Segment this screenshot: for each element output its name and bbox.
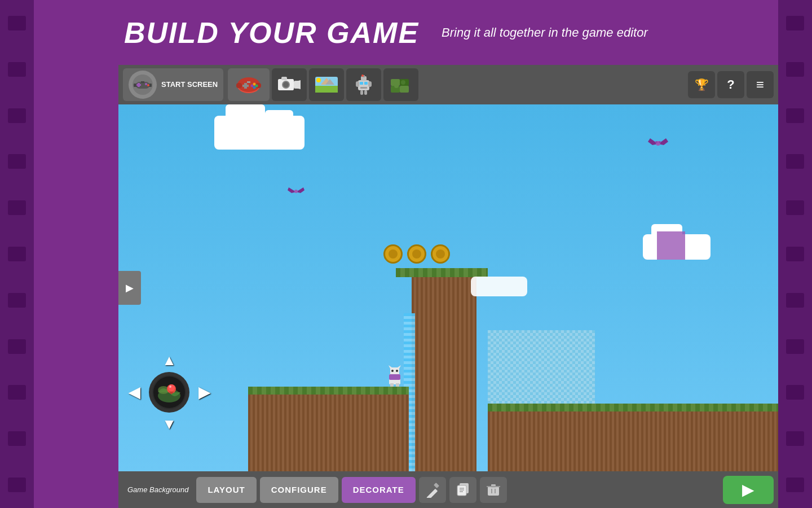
play-icon: ▶ <box>742 480 754 499</box>
film-hole <box>8 16 26 30</box>
film-hole <box>786 108 804 123</box>
svg-point-16 <box>253 86 256 89</box>
film-hole <box>8 339 26 354</box>
svg-rect-76 <box>434 483 439 488</box>
map-tab[interactable] <box>309 68 344 101</box>
bat-sprite-1 <box>648 137 668 151</box>
svg-point-32 <box>316 78 321 82</box>
svg-rect-8 <box>136 84 141 86</box>
film-hole <box>8 293 26 308</box>
svg-rect-27 <box>281 77 287 80</box>
svg-rect-39 <box>360 90 363 95</box>
robot-tab[interactable] <box>346 68 381 101</box>
header: BUILD YOUR GAME Bring it all together in… <box>34 0 778 65</box>
water-area <box>488 330 595 404</box>
bottom-toolbar: Game Background LAYOUT CONFIGURE DECORAT… <box>118 471 778 508</box>
film-hole <box>8 154 26 169</box>
header-subtitle: Bring it all together in the game editor <box>442 25 648 40</box>
film-hole <box>786 431 804 446</box>
film-hole <box>786 385 804 400</box>
film-hole <box>786 478 804 492</box>
svg-point-54 <box>659 141 661 143</box>
svg-rect-6 <box>141 81 144 83</box>
svg-point-4 <box>145 83 147 85</box>
film-strip-left <box>0 0 34 508</box>
film-hole <box>786 200 804 215</box>
page-title: BUILD YOUR GAME <box>124 16 419 50</box>
camera-tab[interactable] <box>272 68 307 101</box>
question-icon: ? <box>727 77 734 92</box>
film-hole <box>786 16 804 30</box>
svg-rect-79 <box>457 485 466 496</box>
svg-rect-83 <box>488 487 499 496</box>
film-hole <box>786 62 804 77</box>
menu-button[interactable]: ≡ <box>747 71 774 98</box>
nav-right-arrow[interactable]: ▶ <box>198 384 210 401</box>
film-hole <box>8 431 26 446</box>
nav-down-arrow[interactable]: ▼ <box>162 415 176 433</box>
cloud-1 <box>214 116 304 150</box>
start-screen-label: START SCREEN <box>161 80 218 89</box>
svg-rect-12 <box>236 83 242 88</box>
svg-point-24 <box>283 82 289 87</box>
svg-rect-29 <box>315 86 338 93</box>
top-toolbar: START SCREEN <box>118 65 778 104</box>
film-hole <box>8 478 26 492</box>
svg-point-14 <box>253 83 256 86</box>
copy-tool-button[interactable] <box>449 477 476 503</box>
svg-rect-37 <box>356 81 359 87</box>
svg-rect-47 <box>400 86 409 93</box>
svg-rect-36 <box>360 87 367 89</box>
bat-sprite-2 <box>288 186 304 198</box>
nav-up-arrow[interactable]: ▲ <box>162 352 176 369</box>
platform-top-extra <box>396 268 488 277</box>
svg-rect-33 <box>358 80 369 90</box>
configure-button[interactable]: CONFIGURE <box>260 477 338 503</box>
svg-rect-40 <box>364 90 367 95</box>
side-nav-arrow[interactable]: ▶ <box>118 271 141 305</box>
tall-platform <box>412 268 476 471</box>
delete-tool-button[interactable] <box>480 477 507 503</box>
player-character <box>386 364 403 387</box>
film-strip-right <box>778 0 812 508</box>
decorate-button[interactable]: DECORATE <box>342 477 416 503</box>
trophy-button[interactable]: 🏆 <box>688 71 715 98</box>
svg-rect-19 <box>242 85 249 87</box>
start-screen-button[interactable]: START SCREEN <box>123 68 223 101</box>
film-hole <box>8 247 26 261</box>
coin-2 <box>407 244 426 264</box>
puzzle-tab[interactable] <box>383 68 418 101</box>
nav-compass: ▲ ▼ ◀ ▶ <box>130 353 209 432</box>
svg-rect-65 <box>390 383 394 387</box>
svg-point-53 <box>655 141 657 143</box>
svg-rect-20 <box>247 81 250 83</box>
game-container: START SCREEN <box>118 65 778 508</box>
help-button[interactable]: ? <box>717 71 744 98</box>
svg-point-17 <box>251 85 254 87</box>
svg-point-73 <box>169 386 171 388</box>
svg-rect-75 <box>426 488 438 497</box>
play-button[interactable]: ▶ <box>723 476 774 504</box>
svg-point-62 <box>391 370 394 372</box>
svg-rect-66 <box>396 383 399 387</box>
cloud-3 <box>471 277 527 296</box>
svg-point-49 <box>401 80 405 85</box>
pencil-tool-button[interactable] <box>419 477 446 503</box>
film-hole <box>786 339 804 354</box>
svg-point-72 <box>168 384 175 391</box>
gamepad-tab[interactable] <box>228 68 270 101</box>
film-hole <box>786 293 804 308</box>
purple-block <box>657 231 685 260</box>
svg-point-5 <box>147 84 149 86</box>
trophy-icon: 🏆 <box>695 78 709 91</box>
svg-rect-64 <box>389 374 400 380</box>
film-hole <box>8 108 26 123</box>
compass-center[interactable] <box>149 372 189 413</box>
menu-icon: ≡ <box>756 77 764 93</box>
background-label: Game Background <box>123 485 193 494</box>
svg-rect-35 <box>364 82 368 85</box>
film-hole <box>786 247 804 261</box>
nav-left-arrow[interactable]: ◀ <box>129 384 140 401</box>
side-arrow-icon: ▶ <box>126 282 134 294</box>
layout-button[interactable]: LAYOUT <box>196 477 256 503</box>
